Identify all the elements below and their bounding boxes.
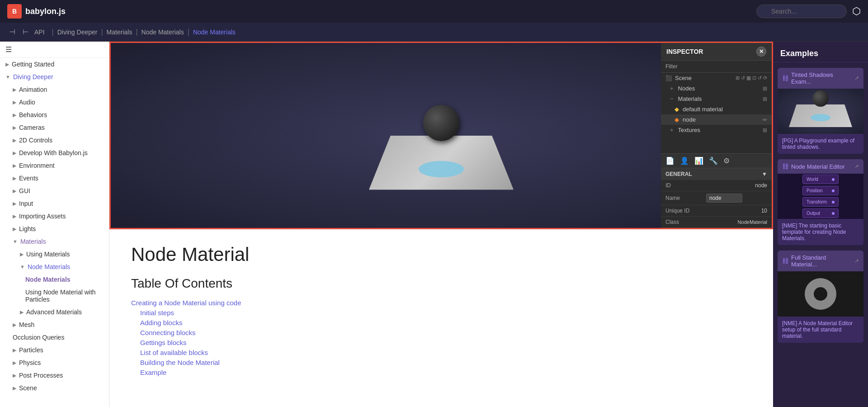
external-link-icon[interactable]: ↗ — [854, 258, 859, 264]
search-input[interactable] — [756, 5, 847, 18]
sidebar-item-particles[interactable]: ▶ Particles — [0, 344, 109, 356]
gear-icon[interactable]: ⚙ — [723, 156, 730, 165]
toc-link-building[interactable]: Building the Node Material — [140, 359, 220, 366]
tree-item-scene[interactable]: ⬛ Scene ⊞ ↺ ▦ ⊡ ↺ ⟳ — [661, 73, 772, 83]
github-icon[interactable]: ⬡ — [852, 5, 861, 17]
link-icon: ⛓ — [782, 257, 788, 265]
tree-item-materials[interactable]: − Materials ⊞ — [661, 94, 772, 104]
sidebar-item-develop[interactable]: ▶ Develop With Babylon.js — [0, 147, 109, 159]
doc-icon[interactable]: 📄 — [665, 156, 675, 165]
link-icon: ⛓ — [782, 75, 788, 82]
breadcrumb-node-materials-1[interactable]: Node Materials — [142, 28, 184, 36]
toc-link-creating[interactable]: Creating a Node Material using code — [131, 299, 241, 307]
sidebar-item-using-node-material-particles[interactable]: Using Node Material with Particles — [0, 286, 109, 306]
sidebar-label: Mesh — [19, 321, 34, 328]
search-wrapper: 🔍 — [756, 5, 847, 18]
sidebar-item-input[interactable]: ▶ Input — [0, 197, 109, 210]
breadcrumb-prev-button[interactable]: ⊣ — [7, 26, 17, 38]
toc-item-gettings: Gettings blocks — [131, 338, 751, 348]
sidebar-filter-icon[interactable]: ☰ — [5, 45, 12, 54]
sidebar-item-node-materials-leaf[interactable]: Node Materials — [0, 273, 109, 286]
platform-ellipse — [419, 161, 464, 177]
tree-item-nodes[interactable]: + Nodes ⊞ — [661, 83, 772, 94]
example-card-fsm[interactable]: ⛓ Full Standard Material... ↗ [NME] A No… — [778, 251, 863, 343]
sidebar-item-occlusion-queries[interactable]: Occlusion Queries — [0, 331, 109, 344]
example-card-nme[interactable]: ⛓ Node Material Editor ↗ World Position … — [778, 159, 863, 245]
sidebar-label: Environment — [19, 162, 55, 169]
nme-node: Transform — [802, 197, 839, 207]
sidebar-item-scene[interactable]: ▶ Scene — [0, 382, 109, 394]
inspector-panel: INSPECTOR ✕ Filter ⬛ Scene ⊞ ↺ ▦ ⊡ ↺ ⟳ +… — [661, 43, 772, 228]
sidebar-item-importing-assets[interactable]: ▶ Importing Assets — [0, 210, 109, 222]
tree-item-node-material[interactable]: ◆ node ✏ — [661, 114, 772, 125]
sidebar-item-advanced-materials[interactable]: ▶ Advanced Materials — [0, 306, 109, 318]
toc-link-gettings[interactable]: Gettings blocks — [140, 339, 187, 346]
toc-link-initial[interactable]: Initial steps — [140, 309, 174, 317]
sidebar-label: Node Materials — [25, 276, 71, 283]
sidebar-item-cameras[interactable]: ▶ Cameras — [0, 121, 109, 134]
person-icon[interactable]: 👤 — [680, 156, 689, 165]
breadcrumb-next-button[interactable]: ⊢ — [21, 26, 31, 38]
tree-item-textures[interactable]: + Textures ⊞ — [661, 125, 772, 135]
top-nav: B babylon.js 🔍 ⬡ — [0, 0, 868, 23]
inspector-general: GENERAL ▼ ID node Name Unique ID 10 — [661, 168, 772, 228]
chart-icon[interactable]: 📊 — [694, 156, 703, 165]
breadcrumb-node-materials-2[interactable]: Node Materials — [193, 28, 236, 36]
sidebar-item-diving-deeper[interactable]: ▼ Diving Deeper — [0, 71, 109, 83]
sidebar-label: Post Processes — [19, 372, 63, 379]
sidebar-item-getting-started[interactable]: ▶ Getting Started — [0, 58, 109, 71]
toc-link-adding[interactable]: Adding blocks — [140, 319, 182, 327]
example-card-title: Node Material Editor — [791, 163, 852, 170]
sidebar-item-mesh[interactable]: ▶ Mesh — [0, 318, 109, 331]
sidebar-item-gui[interactable]: ▶ GUI — [0, 185, 109, 197]
sidebar: ☰ ▶ Getting Started ▼ Diving Deeper ▶ An… — [0, 42, 109, 407]
sidebar-item-2d-controls[interactable]: ▶ 2D Controls — [0, 134, 109, 147]
external-link-icon[interactable]: ↗ — [854, 163, 859, 170]
main-layout: ☰ ▶ Getting Started ▼ Diving Deeper ▶ An… — [0, 42, 868, 407]
inspector-close-button[interactable]: ✕ — [756, 47, 766, 57]
name-input[interactable] — [706, 194, 742, 203]
sidebar-label: Occlusion Queries — [13, 334, 64, 341]
example-thumb-tinted — [778, 89, 863, 134]
sidebar-item-node-materials[interactable]: ▼ Node Materials — [0, 260, 109, 273]
breadcrumb-diving-deeper[interactable]: Diving Deeper — [57, 28, 98, 36]
viewport-container: INSPECTOR ✕ Filter ⬛ Scene ⊞ ↺ ▦ ⊡ ↺ ⟳ +… — [109, 42, 773, 229]
sidebar-item-behaviors[interactable]: ▶ Behaviors — [0, 109, 109, 121]
sidebar-item-events[interactable]: ▶ Events — [0, 172, 109, 185]
breadcrumb-api[interactable]: API — [34, 28, 45, 36]
arrow-icon: ▼ — [20, 264, 25, 270]
toc-title: Table Of Contents — [131, 276, 751, 291]
examples-panel: Examples ⛓ Tinted Shadows Exam... ↗ [PG]… — [773, 42, 868, 407]
tree-item-default-material[interactable]: ◆ default material — [661, 104, 772, 114]
external-link-icon[interactable]: ↗ — [854, 75, 859, 81]
sidebar-item-post-processes[interactable]: ▶ Post Processes — [0, 369, 109, 382]
toc-link-example[interactable]: Example — [140, 369, 166, 376]
nme-node: Output — [802, 208, 839, 218]
sidebar-label: Audio — [19, 99, 35, 106]
arrow-icon: ▶ — [20, 251, 24, 257]
sidebar-label: Input — [19, 200, 33, 207]
toc-link-list[interactable]: List of available blocks — [140, 349, 208, 356]
sidebar-item-physics[interactable]: ▶ Physics — [0, 356, 109, 369]
sidebar-item-animation[interactable]: ▶ Animation — [0, 83, 109, 96]
arrow-icon: ▶ — [13, 150, 16, 156]
general-header[interactable]: GENERAL ▼ — [661, 168, 772, 180]
inspector-toolbar: 📄 👤 📊 🔧 ⚙ — [661, 153, 772, 168]
toc-item-example: Example — [131, 368, 751, 378]
example-caption-tinted: [PG] A Playground example of tinted shad… — [778, 134, 863, 154]
wrench-icon[interactable]: 🔧 — [709, 156, 718, 165]
example-card-tinted-shadows[interactable]: ⛓ Tinted Shadows Exam... ↗ [PG] A Playgr… — [778, 68, 863, 154]
arrow-icon: ▶ — [20, 309, 24, 315]
breadcrumb-materials[interactable]: Materials — [107, 28, 132, 36]
sidebar-item-audio[interactable]: ▶ Audio — [0, 96, 109, 109]
logo-icon: B — [7, 4, 22, 19]
sidebar-item-lights[interactable]: ▶ Lights — [0, 222, 109, 235]
sidebar-label: Diving Deeper — [13, 73, 53, 80]
logo-area[interactable]: B babylon.js — [7, 4, 66, 19]
sidebar-item-materials[interactable]: ▼ Materials — [0, 235, 109, 248]
sidebar-item-environment[interactable]: ▶ Environment — [0, 159, 109, 172]
toc-link-connecting[interactable]: Connecting blocks — [140, 329, 196, 336]
doc-content: Node Material Table Of Contents Creating… — [109, 229, 773, 392]
sidebar-item-using-materials[interactable]: ▶ Using Materials — [0, 248, 109, 260]
sidebar-label: Behaviors — [19, 111, 47, 118]
